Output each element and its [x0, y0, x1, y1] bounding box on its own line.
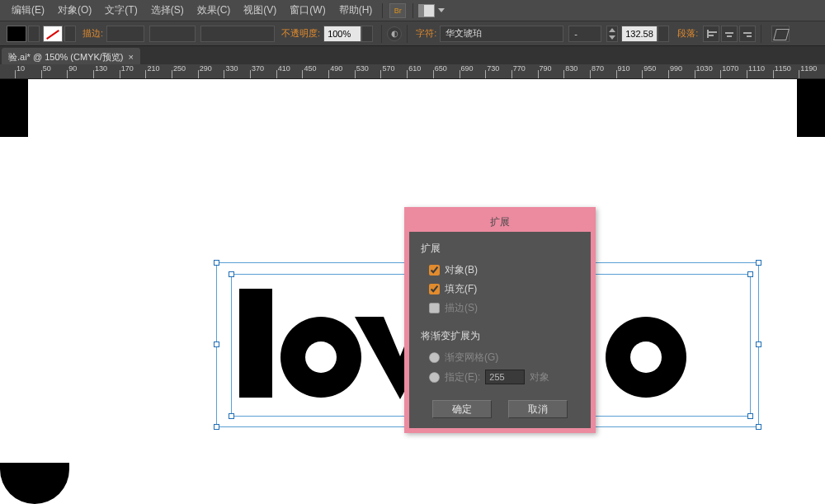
stepper-icon: [609, 28, 615, 40]
gradient-mesh-radio: [429, 352, 440, 363]
options-bar: 描边: 不透明度: 100% ◐ 字符: 华文琥珀 - 132.58 段落:: [0, 21, 825, 46]
glyph-o2[interactable]: [606, 317, 686, 398]
opacity-dropdown[interactable]: [361, 26, 373, 42]
expand-fill-checkbox[interactable]: [429, 284, 440, 294]
specify-row: 指定(E): 对象: [421, 367, 579, 387]
menu-type[interactable]: 文字(T): [98, 3, 144, 17]
stroke-dropdown[interactable]: [64, 26, 76, 42]
specify-label: 指定(E):: [445, 370, 480, 384]
document-tab-bar: 验.ai* @ 150% (CMYK/预览) ×: [0, 46, 825, 64]
specify-suffix: 对象: [530, 370, 549, 384]
font-style-dropdown[interactable]: -: [568, 26, 601, 42]
font-size-field[interactable]: 132.58: [621, 26, 658, 42]
stroke-label: 描边:: [82, 27, 103, 40]
selection-handle[interactable]: [756, 424, 761, 430]
specify-radio: [429, 372, 440, 383]
options-separator: [761, 25, 761, 43]
document-tab[interactable]: 验.ai* @ 150% (CMYK/预览) ×: [2, 48, 140, 64]
menu-window[interactable]: 窗口(W): [283, 3, 332, 17]
glyph-o1[interactable]: [280, 317, 361, 398]
align-center-button[interactable]: [721, 26, 738, 42]
menu-help[interactable]: 帮助(H): [332, 3, 380, 17]
menu-view[interactable]: 视图(V): [237, 3, 283, 17]
menu-bar: 编辑(E) 对象(O) 文字(T) 选择(S) 效果(C) 视图(V) 窗口(W…: [0, 0, 825, 21]
selection-handle[interactable]: [214, 341, 219, 347]
font-family-value: 华文琥珀: [446, 27, 482, 40]
menu-separator: [382, 3, 383, 18]
close-icon[interactable]: ×: [129, 52, 134, 62]
options-separator: [407, 25, 408, 43]
expand-object-checkbox[interactable]: [429, 265, 440, 276]
menu-object[interactable]: 对象(O): [51, 3, 98, 17]
dialog-title: 扩展: [409, 212, 591, 232]
recolor-icon[interactable]: ◐: [387, 26, 402, 41]
chevron-down-icon[interactable]: [438, 8, 445, 12]
stroke-profile-dropdown[interactable]: [149, 26, 196, 42]
font-family-dropdown[interactable]: 华文琥珀: [440, 26, 563, 42]
glyph-u[interactable]: [0, 79, 69, 160]
expand-fill-label: 填充(F): [445, 282, 477, 296]
menu-edit[interactable]: 编辑(E): [5, 3, 51, 17]
arrange-documents-icon[interactable]: [418, 4, 435, 17]
align-left-button[interactable]: [703, 26, 719, 42]
brush-dropdown[interactable]: [200, 26, 275, 42]
opacity-label: 不透明度:: [281, 27, 320, 40]
opacity-field[interactable]: 100%: [323, 26, 361, 42]
selection-handle[interactable]: [747, 271, 753, 277]
horizontal-ruler: 1050901301702102502903303704104504905305…: [0, 64, 825, 79]
menu-effect[interactable]: 效果(C): [191, 3, 238, 17]
expand-stroke-row: 描边(S): [421, 299, 579, 318]
expand-stroke-label: 描边(S): [445, 301, 478, 315]
selection-handle[interactable]: [756, 341, 761, 347]
expand-object-row[interactable]: 对象(B): [421, 261, 579, 280]
expand-group-title: 扩展: [421, 242, 579, 256]
selection-handle[interactable]: [229, 413, 234, 419]
glyph-l[interactable]: [239, 289, 272, 398]
ok-button[interactable]: 确定: [432, 400, 492, 418]
specify-input: [485, 370, 525, 384]
selection-handle[interactable]: [756, 260, 761, 266]
selection-handle[interactable]: [747, 413, 753, 419]
selection-handle[interactable]: [214, 260, 219, 266]
cancel-button[interactable]: 取消: [508, 400, 568, 418]
gradient-mesh-row: 渐变网格(G): [421, 348, 579, 367]
gradient-group-title: 将渐变扩展为: [421, 329, 579, 343]
font-style-value: -: [574, 29, 578, 39]
dialog-body: 扩展 对象(B) 填充(F) 描边(S) 将渐变扩展为 渐变网格(G) 指定: [409, 232, 591, 393]
menu-select[interactable]: 选择(S): [144, 3, 191, 17]
font-size-stepper[interactable]: [606, 26, 618, 42]
fill-swatch[interactable]: [7, 26, 26, 42]
selection-handle[interactable]: [229, 271, 234, 277]
options-separator: [381, 25, 382, 43]
character-label: 字符:: [416, 27, 436, 40]
stroke-swatch[interactable]: [43, 26, 63, 42]
bridge-icon[interactable]: Br: [389, 3, 406, 18]
font-size-dropdown[interactable]: [658, 26, 669, 42]
align-group: [703, 26, 756, 42]
canvas[interactable]: 扩展 扩展 对象(B) 填充(F) 描边(S) 将渐变扩展为 渐变网格(G): [0, 79, 825, 504]
expand-dialog: 扩展 扩展 对象(B) 填充(F) 描边(S) 将渐变扩展为 渐变网格(G): [404, 207, 596, 433]
gradient-mesh-label: 渐变网格(G): [445, 351, 498, 365]
expand-fill-row[interactable]: 填充(F): [421, 280, 579, 299]
selection-handle[interactable]: [214, 424, 219, 430]
stroke-weight-dropdown[interactable]: [106, 26, 144, 42]
paragraph-label: 段落:: [672, 27, 703, 40]
menu-separator: [412, 3, 413, 18]
expand-object-label: 对象(B): [445, 263, 478, 277]
document-tab-title: 验.ai* @ 150% (CMYK/预览): [8, 51, 124, 64]
expand-stroke-checkbox: [429, 303, 440, 313]
dialog-buttons: 确定 取消: [409, 393, 591, 428]
align-right-button[interactable]: [739, 26, 756, 42]
fill-dropdown[interactable]: [28, 26, 40, 42]
transform-icon[interactable]: [771, 26, 790, 42]
